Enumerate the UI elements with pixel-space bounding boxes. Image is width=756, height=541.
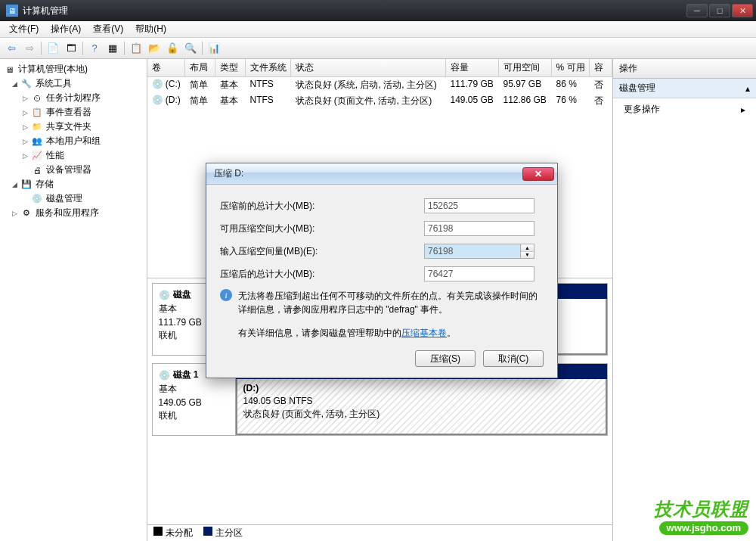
tool-button[interactable]: 📊 (206, 40, 222, 57)
input-shrink-amount[interactable] (424, 244, 521, 259)
volume-row[interactable]: 💿 (D:) 简单 基本 NTFS 状态良好 (页面文件, 活动, 主分区) 1… (147, 93, 612, 109)
vol-cap: 149.05 GB (446, 94, 499, 108)
navigation-tree[interactable]: 🖥 计算机管理(本地) ◢ 🔧 系统工具 ▷ ⏲ 任务计划程序 ▷ 📋 事件查看… (0, 59, 147, 541)
search-icon[interactable]: 🔍 (182, 40, 199, 57)
services-icon: ⚙ (20, 207, 33, 219)
menu-action[interactable]: 操作(A) (45, 21, 87, 37)
menu-file[interactable]: 文件(F) (3, 21, 45, 37)
actions-section[interactable]: 磁盘管理 ▴ (613, 79, 757, 98)
expand-icon[interactable]: ▷ (21, 123, 29, 131)
up-button[interactable]: 📄 (45, 40, 61, 57)
tree-label: 系统工具 (36, 77, 72, 90)
tree-task-scheduler[interactable]: ▷ ⏲ 任务计划程序 (2, 91, 145, 105)
col-volume[interactable]: 卷 (147, 59, 185, 76)
dialog-titlebar[interactable]: 压缩 D: ✕ (206, 163, 557, 185)
spinner-down-button[interactable]: ▼ (521, 252, 534, 259)
tiles-button[interactable]: ▦ (104, 40, 121, 57)
tool-button[interactable]: 🔓 (164, 40, 181, 57)
tree-label: 任务计划程序 (46, 92, 101, 104)
vol-letter: (D:) (166, 95, 181, 105)
drive-icon: 💿 (152, 95, 163, 105)
perf-icon: 📈 (31, 150, 43, 162)
col-fault[interactable]: 容 (590, 59, 612, 76)
tree-local-users[interactable]: ▷ 👥 本地用户和组 (2, 134, 145, 148)
expand-icon[interactable]: ▷ (21, 137, 29, 145)
tree-label: 设备管理器 (46, 163, 91, 176)
tree-label: 存储 (36, 178, 54, 191)
dialog-close-button[interactable]: ✕ (522, 167, 554, 181)
disk-size: 149.05 GB (159, 397, 229, 408)
tree-disk-management[interactable]: 💿 磁盘管理 (2, 191, 145, 206)
menu-help[interactable]: 帮助(H) (129, 21, 172, 37)
disk-kind: 基本 (159, 383, 229, 396)
vol-type: 基本 (215, 78, 246, 92)
legend-label: 未分配 (166, 527, 193, 538)
col-status[interactable]: 状态 (291, 59, 446, 76)
help-prefix: 有关详细信息，请参阅磁盘管理帮助中的 (238, 328, 401, 338)
volume-list-header: 卷 布局 类型 文件系统 状态 容量 可用空间 % 可用 容 (147, 59, 612, 77)
tool-button[interactable]: 📋 (128, 40, 144, 57)
maximize-button[interactable]: □ (709, 4, 730, 17)
tree-performance[interactable]: ▷ 📈 性能 (2, 148, 145, 163)
legend-label: 主分区 (215, 527, 243, 538)
spinner-up-button[interactable]: ▲ (521, 244, 534, 252)
drive-icon: 💿 (152, 79, 163, 89)
menu-view[interactable]: 查看(V) (87, 21, 129, 37)
col-free[interactable]: 可用空间 (499, 59, 552, 76)
col-type[interactable]: 类型 (215, 59, 246, 76)
tree-label: 性能 (46, 149, 64, 162)
tools-icon: 🔧 (20, 78, 33, 90)
help-link[interactable]: 压缩基本卷 (401, 328, 447, 338)
refresh-icon[interactable]: 📂 (146, 40, 163, 57)
expand-icon[interactable]: ▷ (11, 209, 19, 217)
collapse-icon[interactable]: ▴ (745, 83, 750, 94)
vol-letter: (C:) (166, 79, 181, 89)
expand-icon[interactable]: ▷ (21, 151, 29, 160)
vol-fs: NTFS (246, 78, 291, 92)
col-layout[interactable]: 布局 (185, 59, 215, 76)
properties-button[interactable]: 🗔 (63, 40, 79, 57)
help-suffix: 。 (447, 328, 456, 338)
label-shrink-available: 可用压缩空间大小(MB): (220, 222, 424, 235)
minimize-button[interactable]: ─ (686, 4, 708, 17)
volume-row[interactable]: 💿 (C:) 简单 基本 NTFS 状态良好 (系统, 启动, 活动, 主分区)… (147, 77, 612, 93)
col-percent[interactable]: % 可用 (552, 59, 590, 76)
dialog-title: 压缩 D: (214, 167, 522, 180)
help-button[interactable]: ? (86, 40, 103, 57)
col-capacity[interactable]: 容量 (446, 59, 499, 76)
cancel-button[interactable]: 取消(C) (483, 350, 544, 367)
expand-icon[interactable]: ▷ (21, 108, 29, 117)
tree-storage[interactable]: ◢ 💾 存储 (2, 177, 145, 191)
close-button[interactable]: ✕ (732, 4, 753, 17)
tree-system-tools[interactable]: ◢ 🔧 系统工具 (2, 76, 145, 91)
col-filesystem[interactable]: 文件系统 (246, 59, 291, 76)
collapse-icon[interactable]: ◢ (11, 180, 19, 188)
expand-icon[interactable]: ▷ (21, 94, 29, 102)
actions-pane: 操作 磁盘管理 ▴ 更多操作 ▸ (613, 59, 757, 541)
actions-more[interactable]: 更多操作 ▸ (613, 98, 757, 120)
storage-icon: 💾 (20, 179, 33, 191)
disk-title-text: 磁盘 1 (173, 368, 199, 381)
tree-shared-folders[interactable]: ▷ 📁 共享文件夹 (2, 120, 145, 134)
tree-root[interactable]: 🖥 计算机管理(本地) (2, 62, 145, 76)
vol-layout: 简单 (185, 94, 215, 108)
tree-label: 本地用户和组 (46, 135, 101, 148)
tree-device-manager[interactable]: 🖨 设备管理器 (2, 163, 145, 177)
vol-free: 112.86 GB (499, 94, 552, 108)
input-shrink-available (424, 221, 534, 236)
tree-label: 共享文件夹 (46, 120, 91, 133)
input-size-before (424, 198, 534, 213)
label-size-after: 压缩后的总计大小(MB): (220, 268, 424, 281)
collapse-icon[interactable]: ◢ (11, 79, 19, 88)
toolbar-separator (82, 42, 83, 55)
tree-services-apps[interactable]: ▷ ⚙ 服务和应用程序 (2, 206, 145, 220)
vol-pct: 86 % (552, 78, 590, 92)
forward-button[interactable]: ⇨ (21, 40, 38, 57)
tree-event-viewer[interactable]: ▷ 📋 事件查看器 (2, 105, 145, 120)
vol-fs: NTFS (246, 94, 291, 108)
legend: 未分配 主分区 (147, 524, 612, 541)
actions-section-label: 磁盘管理 (619, 82, 655, 95)
back-button[interactable]: ⇦ (3, 40, 20, 57)
vol-pct: 76 % (552, 94, 590, 108)
shrink-button[interactable]: 压缩(S) (415, 350, 476, 367)
